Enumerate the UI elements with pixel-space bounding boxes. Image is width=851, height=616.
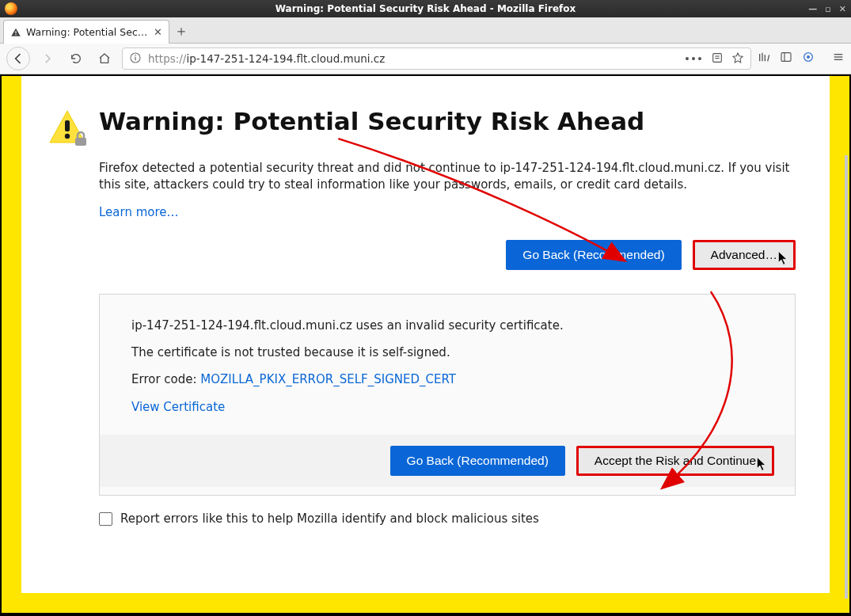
- advanced-button[interactable]: Advanced…: [693, 240, 796, 270]
- svg-rect-17: [75, 138, 86, 146]
- url-protocol: https://: [148, 52, 186, 65]
- error-code-link[interactable]: MOZILLA_PKIX_ERROR_SELF_SIGNED_CERT: [200, 372, 456, 386]
- identity-info-icon[interactable]: [129, 51, 142, 67]
- svg-rect-15: [65, 120, 70, 131]
- svg-rect-1: [15, 34, 16, 35]
- svg-rect-5: [713, 53, 722, 62]
- hamburger-menu-icon[interactable]: [832, 51, 845, 67]
- error-code-label: Error code:: [131, 372, 200, 386]
- page-action-dots-icon[interactable]: •••: [684, 52, 703, 65]
- tab-active[interactable]: Warning: Potential Securi ✕: [3, 20, 169, 44]
- window-minimize-button[interactable]: —: [807, 4, 819, 14]
- svg-rect-0: [15, 31, 16, 33]
- bookmark-star-icon[interactable]: [731, 51, 744, 67]
- library-icon[interactable]: [758, 51, 770, 67]
- window-close-button[interactable]: ✕: [838, 4, 848, 14]
- new-tab-button[interactable]: ＋: [169, 19, 193, 43]
- home-button[interactable]: [93, 48, 116, 70]
- svg-point-16: [65, 134, 70, 139]
- cursor-icon: [756, 456, 767, 472]
- warning-tab-icon: [10, 27, 21, 38]
- home-icon: [98, 52, 111, 65]
- accept-risk-button[interactable]: Accept the Risk and Continue: [576, 446, 774, 476]
- reload-icon: [70, 52, 82, 65]
- reload-button[interactable]: [65, 48, 87, 70]
- reader-mode-icon[interactable]: [711, 51, 724, 67]
- learn-more-link[interactable]: Learn more…: [99, 205, 179, 219]
- primary-button-row: Go Back (Recommended) Advanced…: [99, 240, 796, 270]
- view-certificate-link[interactable]: View Certificate: [131, 400, 225, 414]
- svg-point-11: [807, 55, 810, 59]
- report-checkbox[interactable]: [99, 512, 112, 526]
- report-label: Report errors like this to help Mozilla …: [120, 511, 539, 526]
- window-maximize-button[interactable]: ▫: [823, 4, 832, 14]
- browser-chrome: Warning: Potential Securi ✕ ＋ https://ip…: [0, 17, 851, 74]
- tab-label: Warning: Potential Securi: [26, 26, 149, 38]
- back-arrow-icon: [12, 52, 25, 65]
- advanced-panel: ip-147-251-124-194.flt.cloud.muni.cz use…: [99, 294, 796, 496]
- go-back-button[interactable]: Go Back (Recommended): [506, 240, 681, 270]
- svg-rect-3: [135, 56, 135, 60]
- panel-go-back-button[interactable]: Go Back (Recommended): [390, 446, 565, 476]
- forward-button[interactable]: [36, 48, 59, 70]
- report-errors-row: Report errors like this to help Mozilla …: [99, 511, 796, 526]
- cert-untrusted-text: The certificate is not trusted because i…: [131, 345, 763, 359]
- panel-button-row: Go Back (Recommended) Accept the Risk an…: [100, 435, 795, 487]
- window-titlebar: Warning: Potential Security Risk Ahead -…: [0, 0, 851, 17]
- url-host: ip-147-251-124-194.flt.cloud.muni.cz: [186, 52, 385, 65]
- warning-paragraph: Firefox detected a potential security th…: [99, 160, 796, 193]
- back-button[interactable]: [6, 47, 30, 70]
- accept-risk-label: Accept the Risk and Continue: [595, 454, 756, 468]
- navbar: https://ip-147-251-124-194.flt.cloud.mun…: [0, 44, 851, 74]
- extension-icon[interactable]: [802, 51, 815, 67]
- advanced-button-label: Advanced…: [711, 248, 777, 262]
- cert-invalid-text: ip-147-251-124-194.flt.cloud.muni.cz use…: [131, 318, 763, 333]
- url-bar[interactable]: https://ip-147-251-124-194.flt.cloud.mun…: [122, 48, 751, 70]
- warning-triangle-icon: [47, 108, 85, 146]
- content-area: Warning: Potential Security Risk Ahead F…: [21, 76, 830, 593]
- svg-rect-8: [781, 53, 791, 62]
- forward-arrow-icon: [42, 53, 53, 64]
- window-title: Warning: Potential Security Risk Ahead -…: [0, 3, 851, 14]
- svg-rect-4: [135, 55, 135, 55]
- cursor-icon: [777, 250, 788, 266]
- content-frame: Warning: Potential Security Risk Ahead F…: [0, 74, 851, 614]
- page-heading: Warning: Potential Security Risk Ahead: [99, 108, 644, 136]
- error-code-line: Error code: MOZILLA_PKIX_ERROR_SELF_SIGN…: [131, 372, 763, 386]
- tabstrip: Warning: Potential Securi ✕ ＋: [0, 17, 851, 44]
- sidebar-icon[interactable]: [780, 51, 792, 67]
- scrollbar[interactable]: [845, 155, 848, 599]
- tab-close-icon[interactable]: ✕: [154, 26, 162, 38]
- url-text: https://ip-147-251-124-194.flt.cloud.mun…: [148, 52, 678, 65]
